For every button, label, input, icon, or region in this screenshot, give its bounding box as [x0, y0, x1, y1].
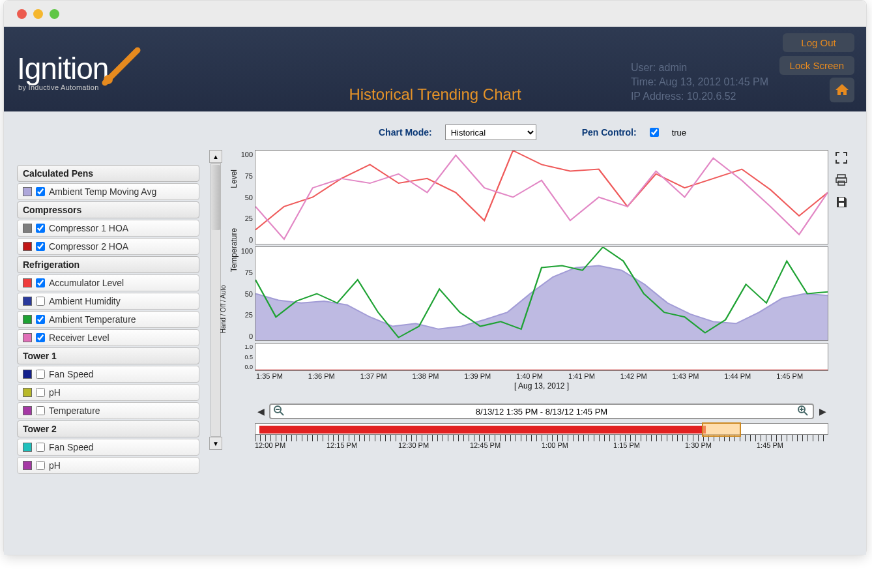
pen-group-header: Compressors [17, 201, 199, 218]
pen-label: Ambient Temperature [49, 314, 136, 325]
window-titlebar [4, 1, 866, 27]
pen-checkbox[interactable] [36, 370, 45, 379]
chart-hoa[interactable]: 1.00.50.0 Hand / Off / Auto [255, 343, 828, 371]
maximize-icon[interactable] [50, 9, 59, 19]
logout-button[interactable]: Log Out [783, 33, 854, 52]
chart-mode-label: Chart Mode: [379, 127, 432, 138]
scroll-up-icon[interactable]: ▲ [209, 150, 222, 163]
chart-level[interactable]: 1007550250 Level [255, 150, 828, 244]
overview-labels: 12:00 PM12:15 PM12:30 PM12:45 PM1:00 PM1… [255, 441, 828, 449]
pen-checkbox[interactable] [36, 315, 45, 324]
chart-hoa-yticks: 1.00.50.0 [236, 344, 253, 370]
chart-tools [834, 150, 853, 210]
pen-color-swatch [23, 315, 32, 324]
zoom-in-icon[interactable] [797, 405, 810, 418]
chart-x-date: [ Aug 13, 2012 ] [255, 380, 828, 390]
pen-item[interactable]: Compressor 2 HOA [17, 238, 199, 255]
chart-hoa-ylabel: Hand / Off / Auto [220, 285, 227, 333]
chart-mode-select[interactable]: Historical [445, 125, 536, 140]
zoom-out-icon[interactable] [273, 405, 286, 418]
pen-color-swatch [23, 333, 32, 342]
app-header: Ignition by Inductive Automation Histori… [4, 27, 866, 111]
pen-item[interactable]: Ambient Temperature [17, 311, 199, 328]
logo-swoosh-icon [102, 47, 147, 86]
pen-checkbox[interactable] [36, 406, 45, 415]
logo-text: Ignition [17, 51, 108, 86]
svg-point-0 [104, 75, 113, 84]
pen-item[interactable]: Receiver Level [17, 329, 199, 346]
pen-checkbox[interactable] [36, 242, 45, 251]
fullscreen-icon[interactable] [834, 150, 849, 166]
svg-line-5 [804, 412, 807, 415]
pen-group-header: Tower 1 [17, 347, 199, 364]
pen-checkbox[interactable] [36, 297, 45, 306]
pen-item[interactable]: Accumulator Level [17, 274, 199, 291]
pen-item[interactable]: pH [17, 384, 199, 401]
pen-item[interactable]: Fan Speed [17, 366, 199, 383]
pen-checkbox[interactable] [36, 461, 45, 470]
pen-item[interactable]: Temperature [17, 402, 199, 419]
page-title: Historical Trending Chart [349, 85, 521, 104]
pen-label: pH [49, 387, 61, 398]
user-label: User: [631, 62, 656, 73]
scroll-down-icon[interactable]: ▼ [209, 437, 222, 450]
pen-label: Fan Speed [49, 369, 94, 379]
user-value: admin [659, 62, 688, 73]
pen-item[interactable]: Ambient Humidity [17, 293, 199, 310]
overview-fill [259, 426, 706, 434]
pen-label: Ambient Humidity [49, 296, 121, 306]
app-body: Calculated PensAmbient Temp Moving AvgCo… [4, 111, 866, 555]
user-info: User: admin Time: Aug 13, 2012 01:45 PM … [631, 61, 768, 104]
app-logo: Ignition by Inductive Automation [17, 47, 147, 91]
app-window: Ignition by Inductive Automation Histori… [3, 0, 867, 555]
overview-ticks [255, 435, 828, 441]
minimize-icon[interactable] [33, 9, 43, 19]
overview-bar[interactable] [255, 423, 828, 435]
chart-main: Chart Mode: Historical Pen Control: true… [209, 125, 853, 535]
scroll-thumb[interactable] [211, 165, 220, 230]
home-icon [834, 82, 850, 98]
pen-color-swatch [23, 224, 32, 233]
pen-color-swatch [23, 278, 32, 287]
chart-x-ticks: 1:35 PM1:36 PM1:37 PM1:38 PM1:39 PM1:40 … [255, 371, 828, 380]
pen-color-swatch [23, 297, 32, 306]
range-next-icon[interactable]: ▶ [817, 405, 828, 417]
svg-rect-10 [838, 181, 845, 185]
logo-subtitle: by Inductive Automation [18, 83, 99, 91]
pen-label: pH [49, 460, 61, 471]
pen-item[interactable]: Ambient Temp Moving Avg [17, 183, 199, 200]
chart-temp-ylabel: Temperature [229, 228, 239, 271]
pen-label: Ambient Temp Moving Avg [49, 186, 156, 197]
pen-group-header: Tower 2 [17, 420, 199, 437]
time-label: Time: [631, 76, 656, 87]
save-icon[interactable] [834, 194, 849, 210]
pen-color-swatch [23, 443, 32, 452]
home-button[interactable] [830, 78, 854, 102]
pen-item[interactable]: Fan Speed [17, 439, 199, 456]
pen-label: Compressor 2 HOA [49, 241, 128, 252]
pen-item[interactable]: pH [17, 457, 199, 474]
pen-checkbox[interactable] [36, 278, 45, 287]
pen-checkbox[interactable] [36, 333, 45, 342]
pen-control-value: true [672, 128, 686, 138]
pen-checkbox[interactable] [36, 187, 45, 196]
lock-screen-button[interactable]: Lock Screen [779, 56, 854, 75]
time-value: Aug 13, 2012 01:45 PM [659, 76, 768, 87]
pen-label: Temperature [49, 405, 100, 416]
pen-checkbox[interactable] [36, 388, 45, 397]
range-prev-icon[interactable]: ◀ [255, 405, 267, 417]
pen-group-header: Calculated Pens [17, 165, 199, 182]
overview-thumb[interactable] [702, 422, 741, 437]
pen-checkbox[interactable] [36, 224, 45, 233]
pen-sidebar: Calculated PensAmbient Temp Moving AvgCo… [17, 164, 199, 535]
close-icon[interactable] [17, 9, 27, 19]
pen-color-swatch [23, 370, 32, 379]
pen-color-swatch [23, 388, 32, 397]
time-range-control: ◀ 8/13/12 1:35 PM - 8/13/12 1:45 PM ▶ [255, 404, 828, 419]
pen-checkbox[interactable] [36, 443, 45, 452]
pen-label: Receiver Level [49, 332, 109, 343]
pen-control-checkbox[interactable] [650, 128, 659, 137]
chart-temperature[interactable]: 1007550250 Temperature [255, 246, 828, 341]
print-icon[interactable] [834, 172, 849, 188]
pen-item[interactable]: Compressor 1 HOA [17, 220, 199, 237]
